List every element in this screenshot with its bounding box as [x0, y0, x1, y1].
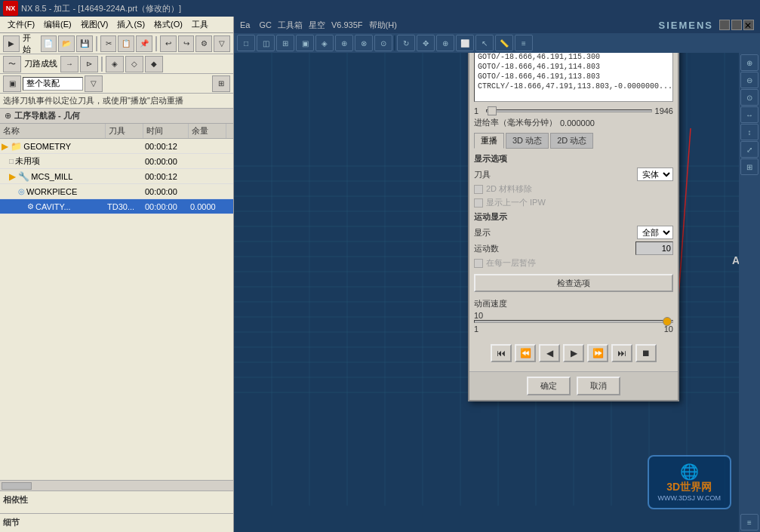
rt-btn5[interactable]: ↕: [740, 124, 758, 140]
vt-btn3[interactable]: ⊞: [276, 35, 294, 51]
rt-btn6[interactable]: ⤢: [740, 141, 758, 158]
play-next-btn[interactable]: ⏩: [587, 344, 608, 362]
tree-row[interactable]: ▶ 📁 GEOMETRY 00:00:12: [0, 139, 233, 154]
anim-slider[interactable]: [474, 320, 673, 323]
new-btn[interactable]: 📄: [41, 35, 57, 52]
tool-select[interactable]: 实体 线框 无: [637, 168, 673, 181]
menu-file[interactable]: 文件(F): [3, 17, 39, 32]
vt-rotate[interactable]: ↻: [397, 35, 415, 51]
play-back-btn[interactable]: ◀: [539, 344, 560, 362]
copy-btn[interactable]: 📋: [118, 35, 134, 52]
starsky-label: 星空: [309, 20, 325, 31]
code-line-1[interactable]: GOTO/-18.666,46.191,115.300: [475, 52, 672, 62]
play-last-btn[interactable]: ⏭: [611, 344, 632, 362]
toolpath-dialog[interactable]: ⚙ 刀轨可视化 × GOTO/-18.666,46.191,150.000 GO…: [468, 20, 679, 401]
tab-3d[interactable]: 3D 动态: [506, 133, 549, 149]
vt-btn2[interactable]: ◫: [257, 35, 275, 51]
slider-container[interactable]: [486, 109, 652, 112]
feed-value: 0.000000: [560, 118, 595, 128]
undo-btn[interactable]: ↩: [160, 35, 177, 52]
redo-btn[interactable]: ↪: [178, 35, 195, 52]
minimize-btn[interactable]: [719, 20, 730, 30]
vt-sep: [394, 35, 395, 51]
rt-btn1[interactable]: ⊕: [740, 54, 758, 71]
menu-view[interactable]: 视图(V): [76, 17, 113, 32]
vt-btn1[interactable]: □: [237, 35, 255, 51]
vt-btn8[interactable]: ⊙: [374, 35, 392, 51]
menu-edit[interactable]: 编辑(E): [39, 17, 76, 32]
h-scrollbar[interactable]: [0, 480, 233, 490]
extra-btn2[interactable]: ▽: [214, 35, 230, 52]
vt-more[interactable]: ≡: [515, 35, 533, 51]
extra-btn1[interactable]: ⚙: [195, 35, 212, 52]
tb3-btn1[interactable]: ▣: [3, 75, 21, 92]
path-btn2[interactable]: ⊳: [80, 56, 98, 72]
code-line-4[interactable]: CTRCLY/-18.666,47.191,113.803,-0.0000000…: [475, 81, 672, 91]
vt-measure[interactable]: 📏: [495, 35, 513, 51]
siemens-brand: SIEMENS: [658, 20, 713, 31]
row-margin-cavity: 0.0000: [189, 202, 226, 211]
code-line-2[interactable]: GOTO/-18.666,46.191,114.803: [475, 62, 672, 72]
motion-count-input[interactable]: [635, 241, 673, 255]
tab-2d[interactable]: 2D 动态: [550, 133, 593, 149]
vt-btn7[interactable]: ⊗: [355, 35, 373, 51]
vt-btn4[interactable]: ▣: [296, 35, 314, 51]
motion-show-select[interactable]: 全部 快速 进给: [637, 226, 673, 239]
watermark-text: 3D世界网: [658, 481, 722, 494]
menu-insert[interactable]: 插入(S): [112, 17, 149, 32]
play-first-btn[interactable]: ⏮: [491, 344, 512, 362]
play-forward-btn[interactable]: ▶: [563, 344, 584, 362]
code-line-3[interactable]: GOTO/-18.666,46.191,113.803: [475, 72, 672, 81]
vt-zoom[interactable]: ⊕: [436, 35, 454, 51]
tb3-btn3[interactable]: ⊞: [212, 75, 230, 92]
save-btn[interactable]: 💾: [76, 35, 93, 52]
tree-row[interactable]: ◎ WORKPIECE 00:00:00: [0, 184, 233, 199]
vt-pan[interactable]: ✥: [417, 35, 435, 51]
tree-row-cavity[interactable]: ⚙ CAVITY... TD30... 00:00:00 0.0000: [0, 199, 233, 214]
title-bar: NX NX 8.5 - 加工 - [14649-224A.prt（修改的）]: [0, 0, 760, 17]
start-button[interactable]: ▶: [3, 35, 20, 52]
tree-row[interactable]: ▶ 🔧 MCS_MILL 00:00:12: [0, 169, 233, 184]
rt-btn4[interactable]: ↔: [740, 106, 758, 123]
path-btn3[interactable]: ◈: [106, 56, 124, 72]
open-btn[interactable]: 📂: [58, 35, 75, 52]
ok-button[interactable]: 确定: [527, 377, 571, 395]
folder-icon: ▶ 📁: [2, 141, 22, 152]
tree-row[interactable]: □ 未用项 00:00:00: [0, 154, 233, 169]
anim-thumb[interactable]: [663, 317, 672, 326]
tb3-btn2[interactable]: ▽: [85, 75, 103, 92]
cancel-button[interactable]: 取消: [577, 377, 620, 395]
feed-rate-row: 进给率（毫米每分钟） 0.000000: [474, 117, 673, 128]
maximize-btn[interactable]: [731, 20, 742, 30]
paste-btn[interactable]: 📌: [136, 35, 152, 52]
status-bar: 选择刀轨事件以定位刀具，或使用"播放"启动重播: [0, 94, 233, 109]
close-btn[interactable]: ✕: [743, 20, 754, 30]
tab-replay[interactable]: 重播: [474, 133, 504, 149]
rt-btn8[interactable]: ≡: [740, 514, 758, 530]
slider-max: 1946: [655, 106, 673, 115]
rt-btn7[interactable]: ⊞: [740, 158, 758, 175]
tree-header: 名称 刀具 时间 余量: [0, 124, 233, 139]
path-icon[interactable]: 〜: [3, 56, 21, 72]
col-margin: 余量: [189, 124, 226, 138]
menu-tools[interactable]: 工具: [187, 17, 213, 32]
rt-btn3[interactable]: ⊙: [740, 89, 758, 106]
path-btn5[interactable]: ◆: [145, 56, 163, 72]
play-prev-btn[interactable]: ⏪: [515, 344, 536, 362]
assembly-dropdown[interactable]: 整个装配: [23, 77, 83, 91]
cut-btn[interactable]: ✂: [100, 35, 117, 52]
dialog-footer: 确定 取消: [469, 371, 678, 400]
play-stop-btn[interactable]: ⏹: [635, 344, 657, 362]
check-options-btn[interactable]: 检查选项: [474, 274, 673, 292]
path-btn1[interactable]: →: [60, 56, 78, 72]
vt-btn6[interactable]: ⊕: [335, 35, 353, 51]
slider-thumb[interactable]: [488, 106, 497, 115]
scroll-thumb[interactable]: [2, 482, 32, 490]
viewport-toolbar-top: □ ◫ ⊞ ▣ ◈ ⊕ ⊗ ⊙ ↻ ✥ ⊕ ⬜ ↖ 📏 ≡: [234, 33, 760, 53]
menu-format[interactable]: 格式(O): [149, 17, 187, 32]
vt-fit[interactable]: ⬜: [456, 35, 474, 51]
path-btn4[interactable]: ◇: [125, 56, 143, 72]
vt-btn5[interactable]: ◈: [315, 35, 334, 51]
rt-btn2[interactable]: ⊖: [740, 72, 758, 88]
vt-select[interactable]: ↖: [475, 35, 494, 51]
